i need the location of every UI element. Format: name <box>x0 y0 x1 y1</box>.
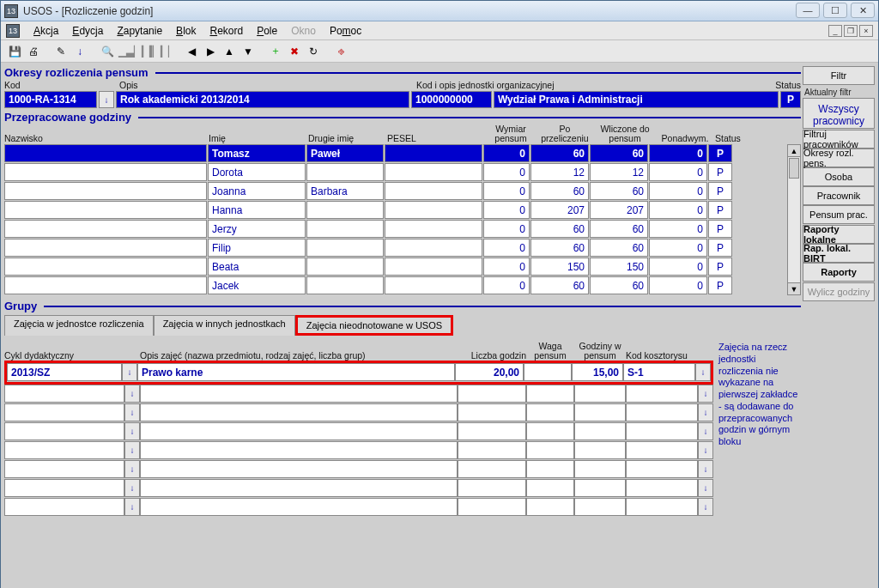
lov-button[interactable]: ↓ <box>124 422 140 440</box>
cell-status[interactable]: P <box>708 182 732 200</box>
cell-po[interactable]: 60 <box>530 220 589 238</box>
cell-nazwisko[interactable] <box>4 220 207 238</box>
cell-po[interactable]: 150 <box>530 258 589 276</box>
cell-ponad[interactable]: 0 <box>649 182 707 200</box>
cell-wymiar[interactable]: 0 <box>483 182 530 200</box>
cell-status[interactable]: P <box>708 239 732 257</box>
down-arrow-icon[interactable]: ↓ <box>71 43 88 60</box>
maximize-button[interactable]: ☐ <box>823 3 847 18</box>
cell-nazwisko[interactable] <box>4 163 207 181</box>
menu-blok[interactable]: Blok <box>176 25 196 37</box>
cell-drugie[interactable]: Paweł <box>306 144 384 162</box>
lov-kodk-button[interactable]: ↓ <box>695 363 711 381</box>
menu-edycja[interactable]: Edycja <box>72 25 103 37</box>
field-jedn[interactable]: Wydział Prawa i Administracji <box>494 91 779 108</box>
cell-ponad[interactable]: 0 <box>649 144 707 162</box>
sidebar-button[interactable]: Pracownik <box>803 186 875 205</box>
chart-icon[interactable]: ▁▃ <box>118 43 135 60</box>
cell-nazwisko[interactable] <box>4 182 207 200</box>
sidebar-button[interactable]: Rap. lokal. BIRT <box>803 244 875 263</box>
cell-drugie[interactable] <box>306 163 384 181</box>
menu-akcja[interactable]: Akcja <box>33 25 58 37</box>
lov-button[interactable]: ↓ <box>124 403 140 421</box>
empty-row[interactable]: ↓↓ <box>4 441 713 460</box>
cell-wymiar[interactable]: 0 <box>483 239 530 257</box>
cell-status[interactable]: P <box>708 163 732 181</box>
mdi-close[interactable]: × <box>859 25 873 37</box>
lov-button[interactable]: ↓ <box>124 479 140 497</box>
cell-ponad[interactable]: 0 <box>649 163 707 181</box>
scroll-thumb[interactable] <box>789 158 799 179</box>
cell-imie[interactable]: Jacek <box>208 276 306 294</box>
cell-po[interactable]: 60 <box>530 144 589 162</box>
chart2-icon[interactable]: ▏▎▍ <box>136 43 154 60</box>
cell-kod[interactable]: S-1 <box>623 363 695 381</box>
nav-prev-icon[interactable]: ▶ <box>202 43 219 60</box>
cell-wlicz[interactable]: 207 <box>590 201 648 219</box>
cell-opis[interactable]: Prawo karne <box>137 363 455 381</box>
mdi-restore[interactable]: ❐ <box>844 25 858 37</box>
empty-row[interactable]: ↓↓ <box>4 422 713 441</box>
cell-pesel[interactable] <box>385 258 482 276</box>
cell-waga[interactable] <box>524 363 572 381</box>
cell-imie[interactable]: Beata <box>208 258 306 276</box>
nav-up-icon[interactable]: ▲ <box>221 43 238 60</box>
exit-icon[interactable]: ⎆ <box>332 43 349 60</box>
table-row[interactable]: Dorota012120P <box>4 163 787 182</box>
sidebar-button[interactable]: Raporty lokalne <box>803 225 875 244</box>
tab-zajecia-jednostka[interactable]: Zajęcia w jednostce rozliczenia <box>4 315 154 336</box>
sidebar-button[interactable]: Okresy rozl. pens. <box>803 149 875 167</box>
empty-row[interactable]: ↓↓ <box>4 385 713 403</box>
table-row[interactable]: Beata01501500P <box>4 258 787 276</box>
cell-wymiar[interactable]: 0 <box>483 163 530 181</box>
cell-wlicz[interactable]: 150 <box>590 258 648 276</box>
field-opis[interactable]: Rok akademicki 2013/2014 <box>116 91 409 108</box>
search-icon[interactable]: 🔍 <box>99 43 116 60</box>
cell-wlicz[interactable]: 60 <box>590 220 648 238</box>
cell-wymiar[interactable]: 0 <box>483 276 530 294</box>
lov-button[interactable]: ↓ <box>698 460 713 478</box>
cell-imie[interactable]: Hanna <box>208 201 306 219</box>
menu-rekord[interactable]: Rekord <box>209 25 243 37</box>
cell-cykl[interactable]: 2013/SZ <box>7 363 122 381</box>
scroll-up-icon[interactable]: ▲ <box>788 145 800 157</box>
empty-row[interactable]: ↓↓ <box>4 498 713 517</box>
cell-nazwisko[interactable] <box>4 201 207 219</box>
lov-button[interactable]: ↓ <box>124 460 140 478</box>
table-row[interactable]: Jacek060600P <box>4 276 787 295</box>
cell-nazwisko[interactable] <box>4 239 207 257</box>
cell-wymiar[interactable]: 0 <box>483 258 530 276</box>
field-status[interactable]: P <box>780 91 801 108</box>
refresh-icon[interactable]: ↻ <box>305 43 322 60</box>
empty-row[interactable]: ↓↓ <box>4 460 713 479</box>
save-icon[interactable]: 💾 <box>6 43 23 60</box>
cell-wlicz[interactable]: 12 <box>590 163 648 181</box>
table-row[interactable]: TomaszPaweł060600P <box>4 144 787 163</box>
tab-zajecia-inne[interactable]: Zajęcia w innych jednostkach <box>154 315 295 336</box>
field-kodj[interactable]: 1000000000 <box>411 91 492 108</box>
lov-cykl-button[interactable]: ↓ <box>122 363 137 381</box>
cell-pesel[interactable] <box>385 182 482 200</box>
table-scrollbar[interactable]: ▲ ▼ <box>787 144 801 295</box>
cell-nazwisko[interactable] <box>4 276 207 294</box>
edit-icon[interactable]: ✎ <box>52 43 70 60</box>
lov-button[interactable]: ↓ <box>698 385 713 403</box>
cell-wymiar[interactable]: 0 <box>483 220 530 238</box>
cell-wlicz[interactable]: 60 <box>590 182 648 200</box>
minimize-button[interactable]: — <box>796 3 820 18</box>
cell-po[interactable]: 60 <box>530 182 589 200</box>
mdi-minimize[interactable]: _ <box>828 25 842 37</box>
cell-po[interactable]: 60 <box>530 276 589 294</box>
empty-row[interactable]: ↓↓ <box>4 403 713 422</box>
cell-ponad[interactable]: 0 <box>649 276 707 294</box>
cell-status[interactable]: P <box>708 258 732 276</box>
add-icon[interactable]: ＋ <box>267 43 284 60</box>
delete-icon[interactable]: ✖ <box>286 43 303 60</box>
chart3-icon[interactable]: ▏▎▏ <box>155 43 173 60</box>
cell-nazwisko[interactable] <box>4 258 207 276</box>
cell-status[interactable]: P <box>708 201 732 219</box>
nav-down-icon[interactable]: ▼ <box>239 43 257 60</box>
cell-drugie[interactable] <box>306 276 384 294</box>
cell-ponad[interactable]: 0 <box>649 258 707 276</box>
cell-po[interactable]: 12 <box>530 163 589 181</box>
